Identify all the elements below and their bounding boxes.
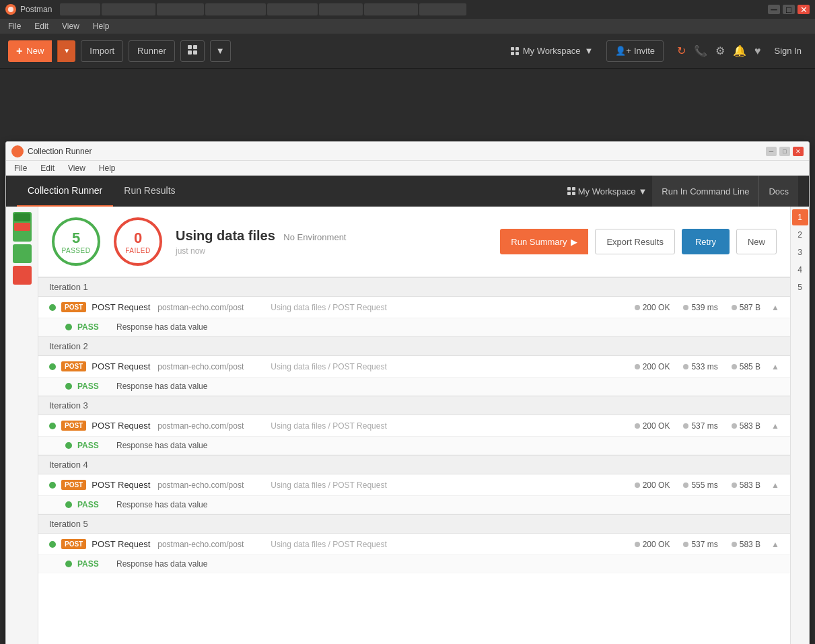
request-path: Using data files / POST Request bbox=[271, 480, 629, 490]
request-url: postman-echo.com/post bbox=[157, 480, 265, 490]
pagination-panel: 1 2 3 4 5 bbox=[790, 207, 809, 644]
test-description: Response has data value bbox=[116, 382, 207, 391]
page-4[interactable]: 4 bbox=[792, 262, 808, 278]
collapse-icon[interactable]: ▲ bbox=[771, 540, 779, 549]
request-name: POST Request bbox=[92, 361, 152, 371]
app-icon bbox=[5, 4, 16, 15]
svg-rect-9 bbox=[567, 187, 571, 190]
status-dot bbox=[635, 482, 640, 488]
method-badge: POST bbox=[61, 480, 86, 490]
time-dot bbox=[683, 364, 688, 369]
status-dot bbox=[635, 423, 640, 429]
failed-count: 0 bbox=[134, 229, 142, 247]
runner-menu-help[interactable]: Help bbox=[96, 162, 118, 174]
chevron-button[interactable]: ▼ bbox=[210, 40, 231, 62]
request-name: POST Request bbox=[92, 539, 152, 549]
maximize-button[interactable]: □ bbox=[783, 5, 795, 14]
collapse-icon[interactable]: ▲ bbox=[771, 303, 779, 312]
refresh-icon[interactable]: ↻ bbox=[674, 42, 688, 60]
heart-icon[interactable]: ♥ bbox=[752, 42, 764, 60]
runner-nav-right: Run In Command Line Docs bbox=[652, 176, 798, 207]
menu-view[interactable]: View bbox=[59, 20, 82, 32]
menu-help[interactable]: Help bbox=[90, 20, 112, 32]
run-summary-button[interactable]: Run Summary ▶ bbox=[500, 229, 588, 254]
phone-icon[interactable]: 📞 bbox=[691, 42, 710, 60]
new-run-button[interactable]: New bbox=[736, 229, 777, 254]
run-command-line-button[interactable]: Run In Command Line bbox=[652, 176, 758, 207]
sidebar-green-square[interactable] bbox=[13, 244, 32, 263]
table-row: POST POST Request postman-echo.com/post … bbox=[38, 415, 790, 437]
request-path: Using data files / POST Request bbox=[271, 303, 629, 312]
collapse-icon[interactable]: ▲ bbox=[771, 421, 779, 431]
invite-button[interactable]: 👤+ Invite bbox=[606, 40, 664, 62]
pass-indicator bbox=[65, 561, 72, 567]
run-time: just now bbox=[176, 246, 487, 256]
new-button-arrow[interactable]: ▼ bbox=[57, 40, 75, 62]
runner-title-bar: Collection Runner ─ □ ✕ bbox=[6, 142, 809, 161]
import-button[interactable]: Import bbox=[81, 40, 123, 62]
runner-minimize-button[interactable]: ─ bbox=[766, 147, 777, 156]
response-time: 539 ms bbox=[683, 303, 717, 312]
menu-edit[interactable]: Edit bbox=[32, 20, 51, 32]
table-row: POST POST Request postman-echo.com/post … bbox=[38, 474, 790, 496]
bell-icon[interactable]: 🔔 bbox=[730, 42, 749, 60]
collapse-icon[interactable]: ▲ bbox=[771, 362, 779, 371]
test-row: PASS Response has data value bbox=[38, 437, 790, 455]
runner-window-icon bbox=[11, 145, 24, 157]
layout-button[interactable] bbox=[180, 40, 205, 62]
iteration-header-5: Iteration 5 bbox=[38, 514, 790, 534]
main-menu-bar: File Edit View Help bbox=[0, 19, 815, 34]
new-button[interactable]: + New bbox=[8, 40, 52, 62]
collapse-icon[interactable]: ▲ bbox=[771, 480, 779, 490]
sidebar-red-square[interactable] bbox=[13, 266, 32, 285]
page-2[interactable]: 2 bbox=[792, 227, 808, 243]
response-size: 583 B bbox=[732, 480, 760, 490]
runner-menu-edit[interactable]: Edit bbox=[38, 162, 57, 174]
response-time: 537 ms bbox=[683, 540, 717, 549]
workspace-button[interactable]: My Workspace ▼ bbox=[503, 40, 602, 62]
page-1[interactable]: 1 bbox=[792, 209, 808, 225]
time-dot bbox=[683, 305, 688, 310]
sign-in-button[interactable]: Sign In bbox=[769, 46, 807, 56]
request-path: Using data files / POST Request bbox=[271, 362, 629, 371]
close-button[interactable]: ✕ bbox=[798, 5, 810, 14]
page-5[interactable]: 5 bbox=[792, 279, 808, 295]
nav-run-results[interactable]: Run Results bbox=[113, 176, 186, 207]
svg-rect-12 bbox=[572, 192, 575, 195]
run-title: Using data files bbox=[176, 228, 275, 243]
page-3[interactable]: 3 bbox=[792, 244, 808, 260]
nav-collection-runner[interactable]: Collection Runner bbox=[17, 176, 113, 207]
size-dot bbox=[732, 482, 737, 488]
runner-menu-file[interactable]: File bbox=[11, 162, 30, 174]
status-dot bbox=[635, 542, 640, 547]
run-env: No Environment bbox=[283, 232, 346, 242]
minimize-button[interactable]: ─ bbox=[768, 5, 780, 14]
runner-menu-view[interactable]: View bbox=[65, 162, 88, 174]
summary-actions: Run Summary ▶ Export Results Retry New bbox=[500, 229, 777, 254]
response-size: 583 B bbox=[732, 540, 760, 549]
summary-header: 5 PASSED 0 FAILED Using data files No En… bbox=[38, 207, 790, 277]
response-status: 200 OK bbox=[635, 303, 670, 312]
svg-point-0 bbox=[8, 7, 13, 12]
status-indicator bbox=[49, 482, 56, 489]
retry-button[interactable]: Retry bbox=[682, 229, 730, 254]
menu-file[interactable]: File bbox=[5, 20, 24, 32]
nav-workspace[interactable]: My Workspace ▼ bbox=[567, 186, 647, 196]
runner-close-button[interactable]: ✕ bbox=[793, 147, 804, 156]
request-path: Using data files / POST Request bbox=[271, 540, 629, 549]
runner-button[interactable]: Runner bbox=[129, 40, 175, 62]
svg-rect-5 bbox=[511, 47, 514, 50]
runner-maximize-button[interactable]: □ bbox=[779, 147, 790, 156]
docs-button[interactable]: Docs bbox=[758, 176, 798, 207]
time-dot bbox=[683, 423, 688, 429]
status-indicator bbox=[49, 363, 56, 370]
passed-count: 5 bbox=[72, 229, 80, 247]
test-row: PASS Response has data value bbox=[38, 318, 790, 336]
export-results-button[interactable]: Export Results bbox=[595, 229, 675, 254]
passed-circle: 5 PASSED bbox=[52, 217, 100, 266]
size-dot bbox=[732, 542, 737, 547]
invite-label: Invite bbox=[634, 46, 655, 56]
settings-icon[interactable]: ⚙ bbox=[713, 42, 728, 60]
test-description: Response has data value bbox=[116, 441, 207, 450]
table-row: POST POST Request postman-echo.com/post … bbox=[38, 297, 790, 318]
